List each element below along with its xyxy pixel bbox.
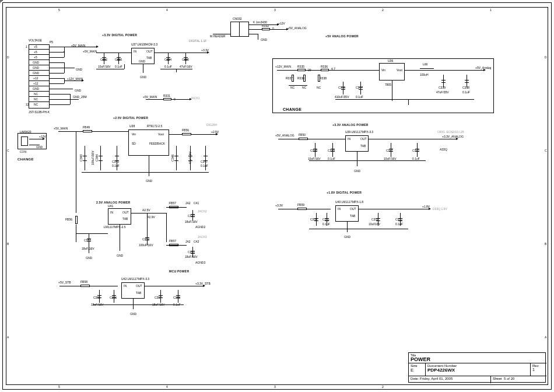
wire — [70, 47, 96, 47]
d25h: DIG25H — [206, 124, 217, 127]
conn-row-12 — [29, 102, 50, 108]
wire — [131, 213, 166, 214]
wire — [64, 89, 73, 89]
wire — [50, 52, 64, 52]
ja2-2: JA2 — [185, 240, 191, 244]
tick-bot-3: 3 — [274, 385, 276, 388]
wire — [309, 229, 408, 229]
r332 — [262, 28, 270, 30]
wire — [278, 139, 345, 139]
c353v: 18uF/16V — [82, 247, 94, 251]
u38-fb: FEEDBACK — [149, 142, 165, 146]
c349r: C349 — [328, 149, 335, 153]
u41-tab: TAB — [122, 218, 128, 221]
tick-top-4: 4 — [166, 8, 168, 12]
tick-left-c: C — [7, 149, 9, 152]
out-18v: +1.8V — [422, 205, 430, 209]
wire — [270, 29, 286, 30]
c338-val: 0.1uF — [462, 91, 470, 94]
r331-out: JACK1 — [191, 97, 200, 100]
wire — [50, 73, 64, 74]
u37-out: OUT — [146, 50, 153, 54]
wire — [50, 57, 64, 58]
wire — [408, 99, 409, 105]
u39-in: IN — [348, 138, 350, 141]
change-1: CHANGE — [17, 158, 34, 162]
fb54-ref: FB59 — [297, 204, 304, 207]
c344 — [100, 146, 101, 170]
c333-val: 0.1uF — [115, 65, 122, 69]
conn-row-3 — [29, 55, 50, 60]
wire — [76, 131, 76, 172]
cn-gnd: GND — [261, 38, 267, 42]
r336-val: 4.7 — [331, 68, 335, 71]
18d-in: +3.3V — [275, 204, 283, 208]
out-33stb: +3.3V_STB — [195, 282, 211, 286]
in-12vmain: +12V_MAIN — [275, 65, 291, 69]
tb-date-lbl: Date: — [411, 377, 419, 380]
wire — [50, 47, 70, 47]
l66-val: 100uH — [420, 74, 429, 77]
jst-label: JST-S12B-PH-K — [29, 111, 50, 114]
tb-date-cell: Date: Friday, April 01, 2005 — [409, 376, 490, 383]
wire — [50, 78, 64, 79]
wire — [143, 64, 143, 73]
conn-row-11 — [29, 97, 50, 102]
tb-title-row: Title POWER — [409, 353, 546, 363]
c347r: C347 — [201, 160, 208, 164]
junction-dot — [64, 51, 65, 52]
tb-sheet-cell: Sheet 5 of 20 — [490, 376, 546, 383]
cn-5va: +5V_ANALOG — [287, 27, 307, 30]
u37-in: IN — [134, 50, 136, 54]
c340ar: C340 — [188, 215, 195, 218]
c351-ref: C351 — [322, 218, 329, 222]
tb-title: POWER — [411, 356, 545, 362]
c337-val: 0.1uF — [356, 96, 363, 99]
u38-sd: SD — [132, 142, 136, 146]
a33q: A33Q — [440, 148, 447, 152]
tick-top-1: 1 — [490, 8, 492, 12]
u40-tab: TAB — [350, 215, 355, 218]
wire — [50, 68, 64, 68]
wire — [149, 156, 149, 176]
d11f-label: DIGITAL 1.1F — [189, 40, 206, 43]
conn-row-1 — [29, 44, 50, 50]
l66-ref: L66 — [423, 63, 427, 66]
c337-ref: C337 — [356, 86, 363, 90]
tb-doc: PDP4226WX — [427, 368, 528, 373]
r331-val: 0 — [174, 98, 176, 102]
mheader: M.HEADER — [210, 35, 225, 38]
tb-rev-cell: Rev 1 — [530, 363, 546, 376]
u36-ref: U36 — [388, 60, 393, 63]
tick-bot-4: 4 — [166, 385, 168, 388]
u40-ref: U40 LM1117MPX-1.8 — [335, 201, 363, 204]
conn-lbl-3: +5 — [34, 56, 37, 60]
conn-row-10 — [29, 92, 50, 97]
r29v: R2.9V — [147, 216, 155, 219]
conn-lbl-4: GND — [33, 61, 39, 65]
con-lbl: CON — [20, 150, 26, 154]
conn-lbl-5: GND — [33, 66, 39, 70]
wire — [50, 104, 70, 105]
c345v: 0.1uF — [112, 164, 120, 168]
tb-size: E — [411, 368, 423, 373]
wire — [166, 245, 187, 246]
c335-val: 47uF/16V — [180, 65, 192, 69]
wire — [58, 131, 128, 132]
conn-row-2 — [29, 50, 50, 55]
c332-val: 10uF/16V — [98, 65, 111, 69]
heading-18d: +1.8V DIGITAL POWER — [327, 191, 362, 195]
con-12v: +12V — [39, 135, 46, 139]
wire — [178, 99, 190, 100]
wire — [335, 99, 474, 100]
wire — [249, 34, 258, 34]
wire — [146, 99, 178, 100]
c361v: 10uf/16V — [369, 223, 380, 226]
agnd2: AGND2 — [195, 226, 205, 229]
c333-ref: C333 — [115, 58, 122, 62]
c354r: C354 — [142, 238, 149, 242]
u39-ref: U39 LM1117MPX-3.3 — [345, 131, 373, 134]
c352v: 0.1uF — [395, 223, 403, 226]
c339-val: 47uF/35V — [436, 91, 449, 94]
c353-gnd: GND — [86, 257, 92, 260]
